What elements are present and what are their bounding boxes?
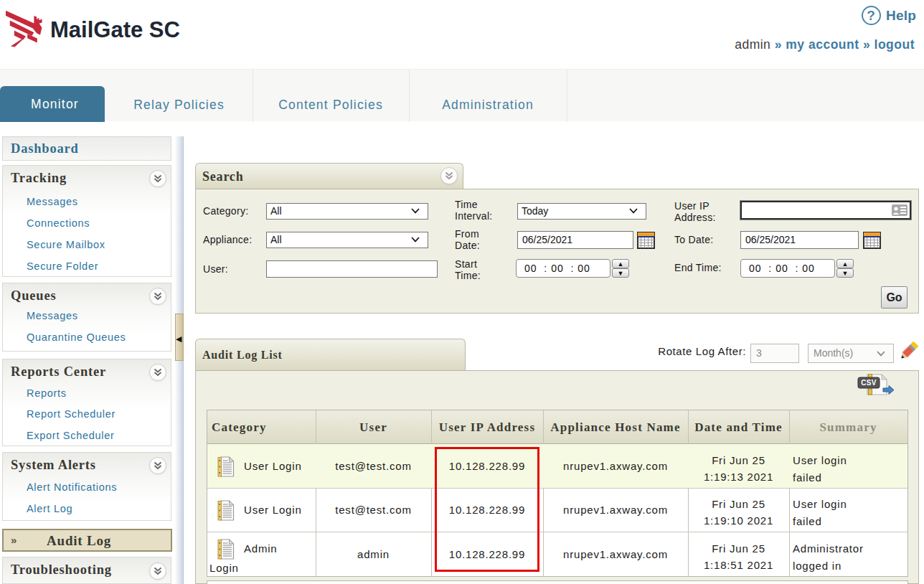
svg-text:CSV: CSV <box>861 379 876 387</box>
